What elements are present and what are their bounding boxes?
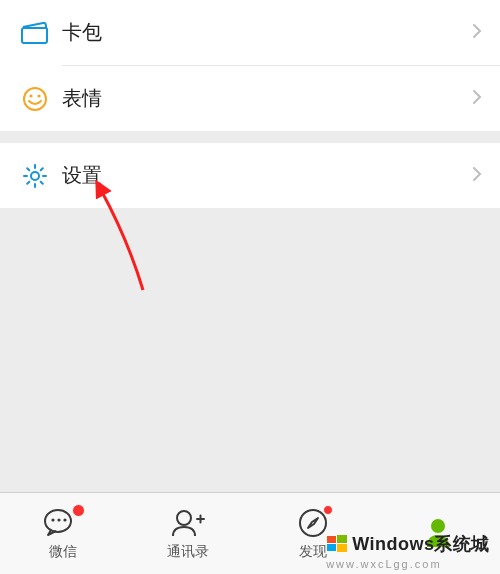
gear-icon xyxy=(18,163,52,189)
svg-rect-12 xyxy=(337,535,347,543)
badge-dot xyxy=(323,505,333,515)
chevron-right-icon xyxy=(472,23,482,43)
menu-item-label: 卡包 xyxy=(52,19,472,46)
watermark-url: www.wxcLgg.com xyxy=(326,558,441,570)
menu-item-cards[interactable]: 卡包 xyxy=(0,0,500,65)
chat-icon xyxy=(44,507,82,539)
svg-point-3 xyxy=(31,172,39,180)
section-gap xyxy=(0,131,500,143)
chevron-right-icon xyxy=(472,89,482,109)
svg-rect-13 xyxy=(327,544,336,551)
svg-point-6 xyxy=(57,518,60,521)
watermark: Windows系统城 www.wxcLgg.com xyxy=(316,526,500,574)
badge-dot xyxy=(72,504,85,517)
tab-label: 通讯录 xyxy=(167,543,209,561)
svg-point-7 xyxy=(63,518,66,521)
svg-point-2 xyxy=(37,94,40,97)
tab-label: 微信 xyxy=(49,543,77,561)
menu-item-label: 表情 xyxy=(52,85,472,112)
menu-group-1: 卡包 表情 xyxy=(0,0,500,131)
tab-contacts[interactable]: 通讯录 xyxy=(125,493,250,574)
smiley-icon xyxy=(18,86,52,112)
svg-point-1 xyxy=(29,94,32,97)
wallet-icon xyxy=(18,22,52,44)
menu-item-stickers[interactable]: 表情 xyxy=(0,66,500,131)
chevron-right-icon xyxy=(472,166,482,186)
watermark-title: Windows系统城 xyxy=(352,532,490,556)
svg-point-0 xyxy=(24,88,46,110)
menu-item-settings[interactable]: 设置 xyxy=(0,143,500,208)
svg-rect-11 xyxy=(327,536,336,543)
menu-item-label: 设置 xyxy=(52,162,472,189)
svg-rect-14 xyxy=(337,544,347,552)
svg-point-5 xyxy=(51,518,54,521)
menu-group-2: 设置 xyxy=(0,143,500,208)
tab-wechat[interactable]: 微信 xyxy=(0,493,125,574)
windows-flag-icon xyxy=(326,533,348,555)
svg-point-8 xyxy=(177,511,191,525)
contacts-icon xyxy=(170,507,206,539)
